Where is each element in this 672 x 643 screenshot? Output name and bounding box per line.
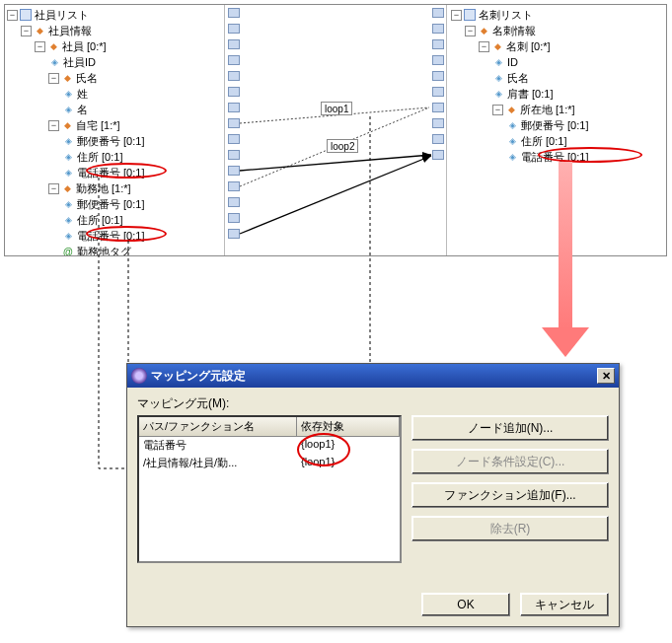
col-path[interactable]: パス/ファンクション名 [139,417,297,436]
tree-item[interactable]: 名 [76,103,89,117]
tree-item[interactable]: 氏名 [506,71,530,86]
element-icon [47,40,59,52]
expander-icon[interactable]: − [48,120,59,131]
attr-icon [492,72,504,84]
tree-item[interactable]: 住所 [0:1] [76,213,123,228]
port[interactable] [228,181,240,191]
port[interactable] [228,166,240,176]
port[interactable] [432,24,444,34]
tree-item[interactable]: 住所 [0:1] [76,150,123,165]
attr-icon [62,214,74,226]
doc-icon [20,9,32,21]
attr-icon [492,56,504,68]
tree-item[interactable]: 郵便番号 [0:1] [520,118,589,133]
tree-item[interactable]: 名刺 [0:*] [505,39,552,54]
element-icon [505,104,517,115]
add-function-button[interactable]: ファンクション追加(F)... [411,482,609,508]
tree-item[interactable]: 勤務地 [1:*] [75,181,132,196]
cell-depends: {loop1} [297,437,400,455]
port[interactable] [228,39,240,49]
tree-item[interactable]: 電話番号 [0:1] [76,229,145,244]
target-tree[interactable]: −名刺リスト −名刺情報 −名刺 [0:*] ID 氏名 肩書 [0:1] −所… [449,5,666,255]
port[interactable] [228,229,240,239]
expander-icon[interactable]: − [451,10,462,21]
attr-icon [506,151,518,163]
tree-item[interactable]: 氏名 [75,71,99,86]
port[interactable] [228,197,240,207]
tree-item[interactable]: 郵便番号 [0:1] [76,134,145,149]
expander-icon[interactable]: − [35,41,45,52]
expander-icon[interactable]: − [7,10,18,21]
tree-item[interactable]: 所在地 [1:*] [519,103,576,117]
tree-item[interactable]: 勤務地タグ [76,245,132,256]
element-icon [61,182,73,194]
tree-item[interactable]: 住所 [0:1] [520,134,567,149]
mapping-source-dialog: マッピング元設定 ✕ マッピング元(M): パス/ファンクション名 依存対象 電… [126,363,620,627]
source-ports [224,5,242,255]
tree-item[interactable]: 自宅 [1:*] [75,118,121,133]
cell-depends: {loop1} [297,455,400,472]
attr-icon [62,88,74,100]
remove-button[interactable]: 除去(R) [411,516,609,541]
cancel-button[interactable]: キャンセル [520,593,609,616]
tree-item[interactable]: 姓 [76,87,89,102]
port[interactable] [228,118,240,128]
ok-button[interactable]: OK [421,593,510,616]
port[interactable] [228,55,240,65]
tree-root[interactable]: 社員リスト [34,8,90,23]
dialog-titlebar[interactable]: マッピング元設定 ✕ [127,364,619,388]
attr-icon [506,119,518,131]
tree-item[interactable]: 電話番号 [0:1] [76,166,145,180]
port[interactable] [432,71,444,81]
element-icon [491,40,503,52]
tree-item[interactable]: 郵便番号 [0:1] [76,197,145,212]
port[interactable] [432,150,444,160]
port[interactable] [432,8,444,18]
mapping-grid[interactable]: パス/ファンクション名 依存対象 電話番号 {loop1} /社員情報/社員/勤… [137,415,402,563]
attr-icon [62,104,74,115]
port[interactable] [228,213,240,223]
port[interactable] [228,71,240,81]
attr-icon [62,230,74,242]
port[interactable] [228,24,240,34]
close-button[interactable]: ✕ [597,368,615,384]
attr-icon [62,198,74,210]
table-row[interactable]: 電話番号 {loop1} [139,437,400,455]
port[interactable] [432,87,444,97]
table-row[interactable]: /社員情報/社員/勤... {loop1} [139,455,400,472]
tree-item[interactable]: 社員ID [62,55,97,70]
expander-icon[interactable]: − [479,41,489,52]
expander-icon[interactable]: − [48,73,59,84]
port[interactable] [432,103,444,112]
port[interactable] [432,134,444,144]
expander-icon[interactable]: − [21,26,32,36]
port[interactable] [432,55,444,65]
node-condition-button[interactable]: ノード条件設定(C)... [411,449,609,474]
tree-root[interactable]: 名刺リスト [478,8,534,23]
svg-line-2 [240,155,431,171]
expander-icon[interactable]: − [465,26,476,36]
source-tree[interactable]: −社員リスト −社員情報 −社員 [0:*] 社員ID −氏名 姓 名 −自宅 … [5,5,222,255]
expander-icon[interactable]: − [48,183,59,194]
port[interactable] [228,8,240,18]
port[interactable] [432,39,444,49]
port[interactable] [228,150,240,160]
port[interactable] [228,134,240,144]
tree-item[interactable]: 電話番号 [0:1] [520,150,589,165]
element-icon [61,72,73,84]
tree-item[interactable]: 名刺情報 [491,24,537,38]
loop2-label[interactable]: loop2 [327,139,358,153]
svg-line-3 [240,156,431,234]
loop1-label[interactable]: loop1 [321,102,352,115]
attr-icon [62,135,74,147]
tree-item[interactable]: 社員情報 [47,24,93,38]
tree-item[interactable]: ID [506,56,519,68]
port[interactable] [228,87,240,97]
col-depends[interactable]: 依存対象 [297,417,400,436]
expander-icon[interactable]: − [492,105,503,115]
port[interactable] [432,118,444,128]
add-node-button[interactable]: ノード追加(N)... [411,415,609,441]
port[interactable] [228,103,240,112]
tree-item[interactable]: 社員 [0:*] [61,39,108,54]
tree-item[interactable]: 肩書 [0:1] [506,87,554,102]
